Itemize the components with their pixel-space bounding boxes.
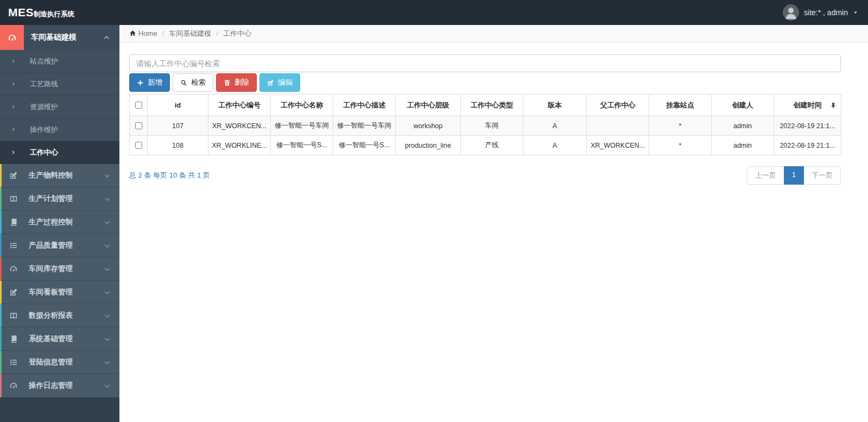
book-icon (9, 218, 18, 226)
search-input[interactable] (129, 54, 841, 72)
delete-button[interactable]: 删除 (216, 73, 257, 92)
sidebar-subitem-station-maintenance[interactable]: 站点维护 (0, 50, 119, 73)
sidebar-item-product-quality[interactable]: 产品质量管理 (0, 234, 119, 257)
sidebar-subitem-label: 工艺路线 (30, 79, 58, 89)
header-code: 工作中心编号 (208, 95, 271, 116)
chevron-down-icon (104, 313, 110, 319)
cell-type: 车间 (461, 116, 523, 136)
cell-station: * (649, 136, 712, 155)
user-photo-icon (783, 4, 799, 21)
cell-description: 修一智能一号车间 (333, 116, 396, 136)
chevron-down-icon (104, 360, 110, 366)
header-type: 工作中心类型 (461, 95, 523, 116)
chevron-right-icon (11, 104, 16, 109)
chevron-down-icon (104, 289, 110, 295)
sidebar: 车间基础建模 站点维护 工艺路线 资源维护 操作维护 工作中心 (0, 25, 119, 422)
user-menu[interactable]: site:* , admin (783, 4, 858, 21)
book-icon (9, 335, 18, 343)
trash-icon (224, 79, 231, 86)
pagination-page-1[interactable]: 1 (784, 166, 804, 185)
cell-code: XR_WORKCEN... (208, 116, 271, 136)
sidebar-item-label: 生产物料控制 (29, 171, 104, 180)
add-button[interactable]: 新增 (129, 73, 170, 92)
chevron-down-icon (104, 196, 110, 202)
search-button[interactable]: 检索 (173, 73, 213, 92)
cell-version: A (523, 136, 587, 155)
sidebar-item-label: 车间基础建模 (31, 33, 104, 42)
list-icon (9, 241, 18, 250)
add-button-label: 新增 (148, 78, 162, 87)
sidebar-item-label: 车间看板管理 (29, 287, 104, 297)
breadcrumb: Home / 车间基础建模 / 工作中心 (119, 25, 868, 42)
sidebar-subitem-process-route[interactable]: 工艺路线 (0, 73, 119, 96)
mes-app-window: MES制造执行系统 site:* , admin 车间基础建模 (0, 0, 868, 422)
cell-level: workshop (396, 116, 461, 136)
breadcrumb-separator: / (216, 29, 218, 37)
cell-created-time: 2022-08-19 21:1... (774, 116, 841, 136)
pagination-prev[interactable]: 上一页 (747, 166, 784, 185)
sidebar-item-label: 操作日志管理 (29, 381, 104, 390)
breadcrumb-separator: / (162, 29, 164, 37)
sidebar-item-label: 车间库存管理 (29, 264, 104, 274)
row-checkbox[interactable] (135, 122, 142, 129)
sidebar-item-label: 数据分析报表 (29, 311, 104, 320)
cell-type: 产线 (461, 136, 523, 155)
header-station: 挂靠站点 (649, 95, 712, 116)
list-icon (9, 358, 18, 367)
header-name: 工作中心名称 (271, 95, 333, 116)
cell-parent (587, 116, 649, 136)
sidebar-item-production-process[interactable]: 生产过程控制 (0, 211, 119, 234)
sidebar-item-label: 登陆信息管理 (29, 357, 104, 367)
sidebar-item-operation-log[interactable]: 操作日志管理 (0, 374, 119, 398)
chevron-down-icon (104, 383, 110, 389)
pagination: 上一页 1 下一页 (747, 166, 841, 185)
sidebar-item-production-plan[interactable]: 生产计划管理 (0, 187, 119, 211)
sidebar-subitem-resource-maintenance[interactable]: 资源维护 (0, 96, 119, 118)
sidebar-item-label: 系统基础管理 (29, 334, 104, 344)
sidebar-subitem-label: 资源维护 (30, 102, 58, 112)
breadcrumb-home[interactable]: Home (129, 29, 157, 37)
delete-button-label: 删除 (235, 78, 249, 87)
sidebar-item-login-info[interactable]: 登陆信息管理 (0, 351, 119, 374)
sidebar-item-label: 生产计划管理 (29, 194, 104, 204)
sidebar-subitem-work-center[interactable]: 工作中心 (0, 141, 119, 164)
chevron-up-icon (104, 35, 110, 41)
breadcrumb-section[interactable]: 车间基础建模 (169, 29, 211, 39)
chevron-right-icon (11, 81, 16, 86)
logo-text-secondary: 制造执行系统 (34, 10, 74, 19)
sidebar-item-workshop-inventory[interactable]: 车间库存管理 (0, 257, 119, 281)
main-content: Home / 车间基础建模 / 工作中心 新增 (119, 25, 868, 422)
home-icon (129, 30, 136, 37)
pencil-square-icon (9, 288, 18, 297)
sidebar-item-label: 产品质量管理 (29, 241, 104, 250)
sidebar-item-system-base[interactable]: 系统基础管理 (0, 327, 119, 351)
sidebar-item-workshop-kanban[interactable]: 车间看板管理 (0, 281, 119, 304)
pin-icon[interactable] (830, 102, 837, 109)
caret-down-icon (853, 10, 858, 15)
edit-button[interactable]: 编辑 (259, 73, 300, 92)
table-row[interactable]: 107 XR_WORKCEN... 修一智能一号车间 修一智能一号车间 work… (130, 116, 841, 136)
pencil-square-icon (267, 79, 274, 86)
cell-name: 修一智能一号车间 (271, 116, 333, 136)
sidebar-subitem-label: 工作中心 (30, 148, 58, 158)
sidebar-item-label: 生产过程控制 (29, 217, 104, 227)
record-summary: 总 2 条 每页 10 条 共 1 页 (129, 171, 210, 180)
sidebar-item-production-material[interactable]: 生产物料控制 (0, 164, 119, 187)
sidebar-subitem-operation-maintenance[interactable]: 操作维护 (0, 118, 119, 141)
sidebar-item-data-analysis[interactable]: 数据分析报表 (0, 304, 119, 327)
pagination-next[interactable]: 下一页 (803, 166, 841, 185)
cell-name: 修一智能一号S... (271, 136, 333, 155)
chevron-down-icon (104, 336, 110, 342)
cell-creator: admin (712, 136, 774, 155)
edit-button-label: 编辑 (278, 78, 293, 87)
breadcrumb-home-label: Home (138, 29, 157, 37)
cell-id: 108 (148, 136, 208, 155)
table-row[interactable]: 108 XR_WORKLINE... 修一智能一号S... 修一智能一号S...… (130, 136, 841, 155)
header-created-time-label: 创建时间 (794, 101, 822, 109)
cell-id: 107 (148, 116, 208, 136)
row-checkbox[interactable] (135, 142, 142, 149)
select-all-checkbox[interactable] (135, 102, 142, 109)
sidebar-item-workshop-modeling[interactable]: 车间基础建模 (0, 25, 119, 50)
cell-version: A (523, 116, 587, 136)
work-center-table: id 工作中心编号 工作中心名称 工作中心描述 工作中心层级 工作中心类型 版本… (129, 94, 841, 155)
